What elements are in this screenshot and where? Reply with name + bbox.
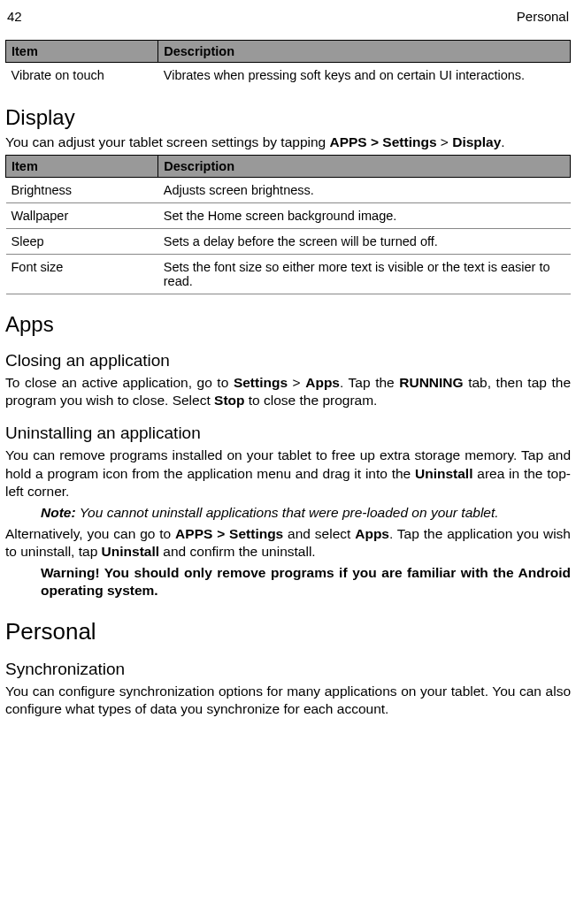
heading-personal: Personal — [5, 618, 571, 645]
table-row: Font size Sets the font size so either m… — [6, 255, 571, 294]
col-header-description: Description — [158, 41, 571, 63]
paragraph-closing-app: To close an active application, go to Se… — [5, 374, 571, 409]
paragraph-sync: You can configure synchronization option… — [5, 683, 571, 718]
cell-desc: Sets a delay before the screen will be t… — [158, 229, 571, 255]
table-row: Sleep Sets a delay before the screen wil… — [6, 229, 571, 255]
col-header-item: Item — [6, 41, 158, 63]
cell-desc: Vibrates when pressing soft keys and on … — [158, 63, 571, 88]
cell-desc: Set the Home screen background image. — [158, 203, 571, 229]
col-header-description: Description — [158, 156, 571, 178]
heading-apps: Apps — [5, 312, 571, 337]
cell-item: Sleep — [6, 229, 158, 255]
table-row: Wallpaper Set the Home screen background… — [6, 203, 571, 229]
table-row: Brightness Adjusts screen brightness. — [6, 178, 571, 203]
heading-sync: Synchronization — [5, 660, 571, 679]
warning-uninstall: Warning! You should only remove programs… — [41, 564, 571, 599]
cell-item: Brightness — [6, 178, 158, 203]
paragraph-display-intro: You can adjust your tablet screen settin… — [5, 134, 571, 151]
cell-desc: Sets the font size so either more text i… — [158, 255, 571, 294]
cell-item: Vibrate on touch — [6, 63, 158, 88]
col-header-item: Item — [6, 156, 158, 178]
table-vibrate: Item Description Vibrate on touch Vibrat… — [5, 40, 571, 88]
cell-item: Font size — [6, 255, 158, 294]
page-header: 42 Personal — [5, 9, 571, 24]
paragraph-uninstall-alt: Alternatively, you can go to APPS > Sett… — [5, 525, 571, 561]
heading-uninstall-app: Uninstalling an application — [5, 424, 571, 443]
cell-item: Wallpaper — [6, 203, 158, 229]
table-row: Vibrate on touch Vibrates when pressing … — [6, 63, 571, 88]
heading-display: Display — [5, 105, 571, 130]
page-number: 42 — [7, 9, 22, 24]
page-section: Personal — [517, 9, 569, 24]
note-uninstall: Note: You cannot uninstall applications … — [41, 504, 571, 522]
table-display: Item Description Brightness Adjusts scre… — [5, 155, 571, 294]
paragraph-uninstall-1: You can remove programs installed on you… — [5, 447, 571, 500]
cell-desc: Adjusts screen brightness. — [158, 178, 571, 203]
heading-closing-app: Closing an application — [5, 351, 571, 370]
